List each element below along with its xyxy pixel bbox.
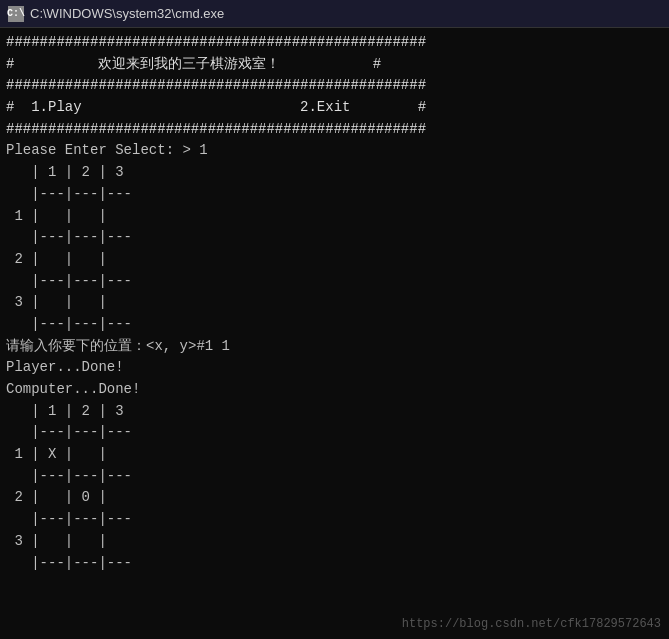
terminal-line-16: Computer...Done! [6,379,663,401]
terminal-line-13: |---|---|--- [6,314,663,336]
terminal-line-18: |---|---|--- [6,422,663,444]
title-bar: C:\ C:\WINDOWS\system32\cmd.exe [0,0,669,28]
terminal-line-21: 2 | | 0 | [6,487,663,509]
title-bar-text: C:\WINDOWS\system32\cmd.exe [30,6,224,21]
terminal-line-3: # 1.Play 2.Exit # [6,97,663,119]
terminal-line-15: Player...Done! [6,357,663,379]
title-bar-icon: C:\ [8,6,24,22]
terminal-line-14: 请输入你要下的位置：<x, y>#1 1 [6,336,663,358]
terminal-line-8: 1 | | | [6,206,663,228]
terminal-line-10: 2 | | | [6,249,663,271]
terminal-line-22: |---|---|--- [6,509,663,531]
terminal-line-9: |---|---|--- [6,227,663,249]
terminal-line-12: 3 | | | [6,292,663,314]
terminal-line-20: |---|---|--- [6,466,663,488]
terminal-line-6: | 1 | 2 | 3 [6,162,663,184]
terminal-line-4: ########################################… [6,119,663,141]
terminal-line-1: # 欢迎来到我的三子棋游戏室！ # [6,54,663,76]
terminal-line-24: |---|---|--- [6,553,663,575]
terminal-line-7: |---|---|--- [6,184,663,206]
terminal: ########################################… [0,28,669,639]
terminal-line-0: ########################################… [6,32,663,54]
watermark: https://blog.csdn.net/cfk17829572643 [402,617,661,631]
terminal-line-17: | 1 | 2 | 3 [6,401,663,423]
terminal-line-5: Please Enter Select: > 1 [6,140,663,162]
terminal-line-19: 1 | X | | [6,444,663,466]
terminal-line-2: ########################################… [6,75,663,97]
terminal-line-23: 3 | | | [6,531,663,553]
terminal-line-11: |---|---|--- [6,271,663,293]
